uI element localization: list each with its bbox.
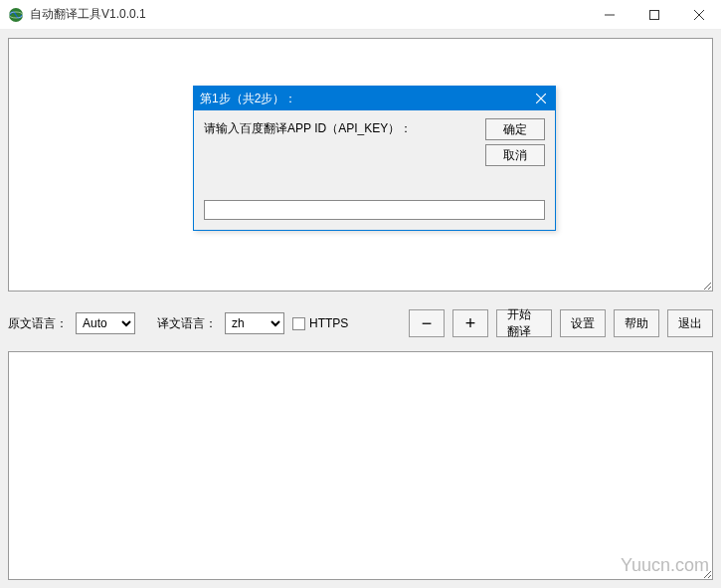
help-button[interactable]: 帮助 [614,309,659,337]
cancel-button[interactable]: 取消 [485,144,545,166]
dialog-close-button[interactable] [527,87,555,110]
svg-rect-3 [649,10,658,19]
minimize-icon [605,10,615,20]
font-increase-button[interactable]: + [452,309,488,337]
font-decrease-button[interactable]: − [409,309,445,337]
ok-button[interactable]: 确定 [485,118,545,140]
window-titlebar: 自动翻译工具V1.0.0.1 [0,0,721,30]
close-button[interactable] [676,0,721,30]
close-icon [694,10,704,20]
dialog-prompt: 请输入百度翻译APP ID（API_KEY）： [204,120,412,137]
window-title: 自动翻译工具V1.0.0.1 [30,6,587,23]
source-language-select[interactable]: Auto [76,312,135,334]
api-key-input[interactable] [204,200,545,220]
maximize-button[interactable] [631,0,676,30]
start-translate-button[interactable]: 开始翻译 [496,309,552,337]
exit-button[interactable]: 退出 [667,309,713,337]
app-icon [8,7,24,23]
settings-button[interactable]: 设置 [560,309,606,337]
dialog-titlebar[interactable]: 第1步（共2步）： [194,87,555,110]
minimize-button[interactable] [587,0,631,30]
window-controls [587,0,721,30]
https-checkbox-wrap[interactable]: HTTPS [292,316,348,330]
https-label: HTTPS [309,316,348,330]
close-icon [536,94,546,103]
dialog-title: 第1步（共2步）： [200,91,527,107]
watermark: Yuucn.com [621,555,709,576]
dialog-body: 请输入百度翻译APP ID（API_KEY）： 确定 取消 [194,110,555,230]
maximize-icon [649,10,659,20]
target-language-label: 译文语言： [157,315,217,332]
input-dialog: 第1步（共2步）： 请输入百度翻译APP ID（API_KEY）： 确定 取消 [193,86,556,231]
target-language-select[interactable]: zh [225,312,284,334]
source-language-label: 原文语言： [8,315,68,332]
toolbar: 原文语言： Auto 译文语言： zh HTTPS − + 开始翻译 设置 帮助… [0,303,721,343]
https-checkbox[interactable] [292,317,305,330]
target-text-area[interactable] [8,351,713,580]
main-bottom-area [0,343,721,588]
